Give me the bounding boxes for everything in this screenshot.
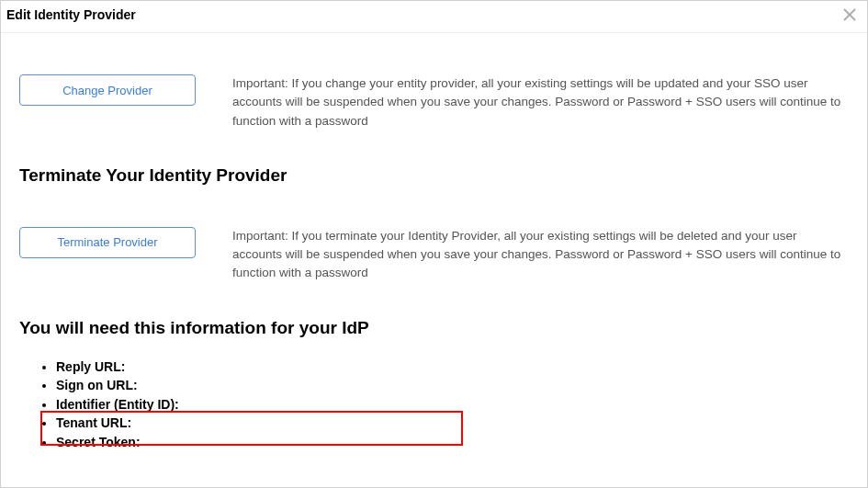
idp-info-heading: You will need this information for your … [19,318,849,338]
change-provider-info: Important: If you change your entity pro… [232,74,849,131]
change-provider-section: Change Provider Important: If you change… [19,74,849,131]
close-button[interactable] [841,6,858,23]
modal-header: Edit Identity Provider [1,1,867,33]
terminate-heading: Terminate Your Identity Provider [19,165,849,186]
close-icon [843,8,856,21]
terminate-provider-info: Important: If you terminate your Identit… [232,227,849,283]
change-provider-button[interactable]: Change Provider [19,74,196,106]
list-item: Sign on URL: [56,377,849,395]
modal-body[interactable]: Change Provider Important: If you change… [1,33,867,487]
terminate-provider-button[interactable]: Terminate Provider [19,227,196,258]
terminate-provider-section: Terminate Provider Important: If you ter… [19,227,849,283]
list-item: Tenant URL: [56,414,849,433]
list-item: Secret Token: [56,434,849,452]
edit-identity-provider-modal: Edit Identity Provider Change Provider I… [0,0,868,488]
list-item: Identifier (Entity ID): [56,396,849,414]
idp-info-list: Reply URL: Sign on URL: Identifier (Enti… [19,358,849,452]
modal-title: Edit Identity Provider [6,7,136,22]
list-item: Reply URL: [56,358,849,377]
